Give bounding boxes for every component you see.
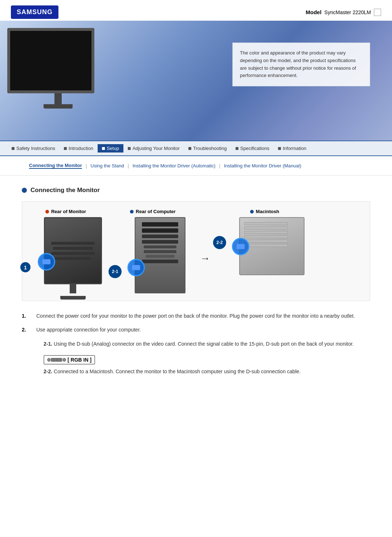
model-area: Model SyncMaster 2220LM <box>306 9 381 16</box>
nav-item-information[interactable]: Information <box>274 144 311 152</box>
pc-connector-highlight <box>127 259 145 276</box>
instr-num-1: 1. <box>22 312 29 320</box>
model-value: SyncMaster 2220LM <box>324 9 371 15</box>
badge-1: 1 <box>20 262 30 272</box>
nav-item-troubleshooting[interactable]: Troubleshooting <box>184 144 231 152</box>
nav-dot-intro <box>64 147 67 150</box>
section-dot <box>22 188 27 193</box>
nav-label-setup: Setup <box>107 146 119 151</box>
instr-text-2: Use appropriate connection for your comp… <box>36 326 141 334</box>
sub-text-21: Using the D-sub (Analog) connector on th… <box>54 341 354 347</box>
hero-banner: The color and appearance of the product … <box>0 21 392 141</box>
hero-text: The color and appearance of the product … <box>240 50 356 78</box>
badge-21: 2-1 <box>109 265 122 278</box>
instr-text-1: Connect the power cord for your monitor … <box>36 312 355 320</box>
monitor-screen <box>7 28 94 93</box>
rgb-pins <box>51 358 62 362</box>
monitor-stand-base <box>44 104 73 109</box>
sub-nav-sep-3: | <box>215 163 224 168</box>
section-title: Connecting the Monitor <box>30 187 100 194</box>
model-box <box>374 9 381 16</box>
arrow-to-mac: → <box>196 253 214 264</box>
monitor-rear-illustration: 1 <box>44 217 102 284</box>
diagram-macintosh-section: Macintosh 2-2 <box>225 209 305 275</box>
nav-label-safety: Safety Instructions <box>16 146 55 151</box>
sub-text-22: Connected to a Macintosh. Connect the mo… <box>54 369 301 374</box>
sub-nav-driver-auto[interactable]: Installing the Monitor Driver (Automatic… <box>132 163 215 168</box>
rgb-circle-right <box>62 358 66 362</box>
hero-text-box: The color and appearance of the product … <box>232 42 370 86</box>
rgb-icon <box>47 358 66 362</box>
diagram-area: Rear of Monitor <box>22 201 370 301</box>
model-label: Model <box>306 9 321 15</box>
sub-nav-sep-1: | <box>82 163 90 168</box>
nav-dot-adjusting <box>128 147 131 150</box>
mac-illustration: 2-2 <box>239 217 305 275</box>
diag-dot-mac <box>250 210 254 213</box>
diagram-monitor-section: Rear of Monitor <box>29 209 102 284</box>
rgb-circle-left <box>47 358 51 362</box>
diagram-computer-label: Rear of Computer <box>130 209 176 214</box>
rgb-label: [ RGB IN ] <box>68 357 91 363</box>
mac-connector-highlight <box>232 238 249 255</box>
instr-num-2: 2. <box>22 326 29 334</box>
diagram-mac-label: Macintosh <box>250 209 279 214</box>
nav-dot-specifications <box>236 147 238 150</box>
nav-dot-setup <box>102 147 105 150</box>
nav-bar: Safety Instructions Introduction Setup A… <box>0 141 392 156</box>
nav-dot-safety <box>12 147 15 150</box>
monitor-stand-neck <box>54 93 62 104</box>
sub-nav-driver-manual[interactable]: Installing the Monitor Driver (Manual) <box>224 163 301 168</box>
sub-instruction-22: 2-2. Connected to a Macintosh. Connect t… <box>44 367 370 375</box>
diagram-computer-section: Rear of Computer <box>120 209 185 293</box>
monitor-connector-highlight <box>38 253 55 270</box>
diag-dot-computer <box>130 210 134 213</box>
sub-num-21: 2-1. <box>44 341 52 347</box>
main-content: Connecting the Monitor Rear of Monitor <box>0 176 392 395</box>
hero-monitor-illustration <box>7 28 109 115</box>
computer-rear-illustration: 2-1 <box>135 217 185 293</box>
badge-22: 2-2 <box>213 236 226 249</box>
sub-nav: Connecting the Monitor | Using the Stand… <box>0 156 392 176</box>
section-title-row: Connecting the Monitor <box>22 187 370 194</box>
nav-label-intro: Introduction <box>69 146 93 151</box>
instruction-1: 1. Connect the power cord for your monit… <box>22 312 370 320</box>
nav-label-adjusting: Adjusting Your Monitor <box>132 146 180 151</box>
nav-item-intro[interactable]: Introduction <box>60 144 98 152</box>
nav-item-safety[interactable]: Safety Instructions <box>7 144 60 152</box>
sub-nav-connecting[interactable]: Connecting the Monitor <box>29 163 82 169</box>
sub-nav-stand[interactable]: Using the Stand <box>90 163 124 168</box>
instruction-2: 2. Use appropriate connection for your c… <box>22 326 370 334</box>
nav-label-troubleshooting: Troubleshooting <box>193 146 227 151</box>
nav-item-specifications[interactable]: Specifications <box>231 144 274 152</box>
nav-dot-troubleshooting <box>188 147 191 150</box>
sub-nav-sep-2: | <box>124 163 132 168</box>
instructions: 1. Connect the power cord for your monit… <box>22 312 370 376</box>
header: SAMSUNG Model SyncMaster 2220LM <box>0 0 392 21</box>
nav-label-specifications: Specifications <box>240 146 269 151</box>
nav-label-information: Information <box>283 146 306 151</box>
diagram-monitor-label: Rear of Monitor <box>45 209 86 214</box>
nav-item-setup[interactable]: Setup <box>98 144 123 152</box>
nav-item-adjusting[interactable]: Adjusting Your Monitor <box>123 144 184 152</box>
samsung-logo: SAMSUNG <box>11 5 58 19</box>
nav-dot-information <box>278 147 281 150</box>
sub-instruction-21: 2-1. Using the D-sub (Analog) connector … <box>44 340 370 348</box>
sub-num-22: 2-2. <box>44 369 52 374</box>
diag-dot-monitor <box>45 210 49 213</box>
rgb-badge: [ RGB IN ] <box>44 355 95 365</box>
